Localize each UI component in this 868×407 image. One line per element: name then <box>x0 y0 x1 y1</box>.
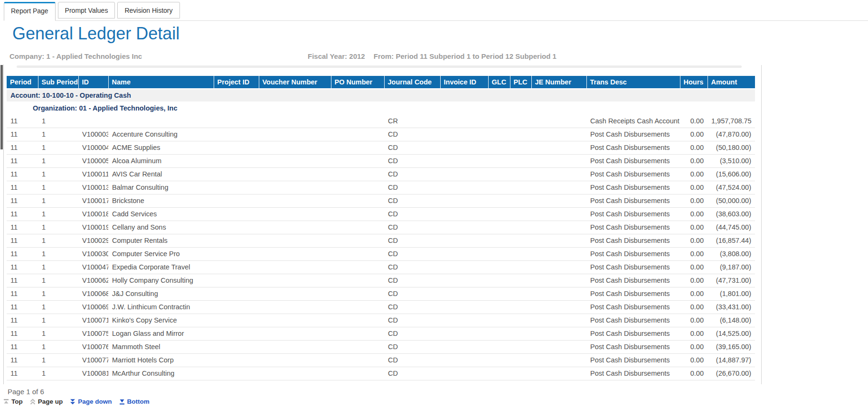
cell-period: 11 <box>7 181 38 194</box>
cell-id: V100075 <box>78 327 108 340</box>
vertical-scrollbar-thumb[interactable] <box>0 65 3 149</box>
cell-glc <box>488 194 510 207</box>
col-header-sub-period: Sub Period <box>38 76 78 89</box>
scroll-to-bottom-icon <box>119 398 125 405</box>
cell-hours: 0.00 <box>680 207 708 221</box>
cell-po-number <box>331 194 384 207</box>
table-row: 11 1 V100076 Mammoth Steel CD Post Cash … <box>7 340 755 353</box>
cell-amount: (3,510.00) <box>708 154 755 167</box>
cell-id: V100047 <box>78 260 108 274</box>
cell-invoice-id <box>440 154 488 167</box>
cell-trans-desc: Post Cash Disbursements <box>586 154 680 167</box>
nav-page-down-button[interactable]: Page down <box>69 398 112 405</box>
cell-name: Logan Glass and Mirror <box>108 327 214 340</box>
table-row: 11 1 V100068 J&J Consulting CD Post Cash… <box>7 287 755 300</box>
vertical-scrollbar-track <box>3 65 4 384</box>
cell-je-number <box>531 314 586 327</box>
cell-trans-desc: Post Cash Disbursements <box>586 340 680 353</box>
cell-id: V100019 <box>78 221 108 234</box>
cell-je-number <box>531 234 586 247</box>
cell-period: 11 <box>7 154 38 167</box>
cell-name: J.W. Linthicum Contractin <box>108 300 214 314</box>
tab-prompt-values[interactable]: Prompt Values <box>58 2 115 18</box>
cell-journal-code: CD <box>384 167 440 181</box>
cell-period: 11 <box>7 167 38 181</box>
cell-po-number <box>331 340 384 353</box>
pagination-bar: Top Page up Page down Bottom <box>3 398 150 405</box>
table-row: 11 1 V100029 Computer Rentals CD Post Ca… <box>7 234 755 247</box>
cell-period: 11 <box>7 128 38 141</box>
cell-name: Mammoth Steel <box>108 340 214 353</box>
tab-revision-history[interactable]: Revision History <box>117 2 179 18</box>
cell-hours: 0.00 <box>680 181 708 194</box>
cell-po-number <box>331 314 384 327</box>
cell-plc <box>510 340 531 353</box>
cell-je-number <box>531 194 586 207</box>
cell-id: V100003 <box>78 128 108 141</box>
cell-project-id <box>214 114 259 128</box>
cell-id: V100069 <box>78 300 108 314</box>
cell-name: Holly Company Consulting <box>108 274 214 287</box>
nav-page-up-button[interactable]: Page up <box>29 398 63 405</box>
cell-invoice-id <box>440 287 488 300</box>
horizontal-scrollbar[interactable] <box>17 65 742 68</box>
cell-invoice-id <box>440 141 488 154</box>
cell-hours: 0.00 <box>680 353 708 367</box>
report-meta: Company: 1 - Applied Technologies Inc Fi… <box>9 52 750 60</box>
table-row: 11 1 V100075 Logan Glass and Mirror CD P… <box>7 327 755 340</box>
cell-hours: 0.00 <box>680 340 708 353</box>
cell-journal-code: CR <box>384 114 440 128</box>
nav-bottom-button[interactable]: Bottom <box>119 398 150 405</box>
cell-plc <box>510 260 531 274</box>
cell-trans-desc: Post Cash Disbursements <box>586 260 680 274</box>
cell-journal-code: CD <box>384 128 440 141</box>
cell-trans-desc: Post Cash Disbursements <box>586 274 680 287</box>
table-row: 11 1 V100019 Cellany and Sons CD Post Ca… <box>7 221 755 234</box>
company-label: Company: 1 - Applied Technologies Inc <box>9 52 142 60</box>
cell-sub-period: 1 <box>38 340 78 353</box>
cell-po-number <box>331 167 384 181</box>
cell-hours: 0.00 <box>680 287 708 300</box>
cell-name: Computer Service Pro <box>108 247 214 260</box>
cell-journal-code: CD <box>384 141 440 154</box>
tab-report-page[interactable]: Report Page <box>4 2 56 21</box>
cell-je-number <box>531 207 586 221</box>
nav-label: Bottom <box>127 398 150 405</box>
cell-trans-desc: Post Cash Disbursements <box>586 287 680 300</box>
cell-id: V100030 <box>78 247 108 260</box>
page-up-icon <box>29 398 36 405</box>
cell-plc <box>510 327 531 340</box>
cell-journal-code: CD <box>384 367 440 380</box>
cell-trans-desc: Post Cash Disbursements <box>586 167 680 181</box>
cell-period: 11 <box>7 367 38 380</box>
cell-po-number <box>331 353 384 367</box>
cell-glc <box>488 167 510 181</box>
cell-plc <box>510 154 531 167</box>
table-row: 11 1 V100017 Brickstone CD Post Cash Dis… <box>7 194 755 207</box>
nav-top-button[interactable]: Top <box>3 398 23 405</box>
cell-plc <box>510 314 531 327</box>
cell-je-number <box>531 221 586 234</box>
cell-trans-desc: Post Cash Disbursements <box>586 128 680 141</box>
cell-sub-period: 1 <box>38 194 78 207</box>
cell-name: McArthur Consulting <box>108 367 214 380</box>
cell-name: Computer Rentals <box>108 234 214 247</box>
cell-invoice-id <box>440 194 488 207</box>
cell-voucher-number <box>259 274 331 287</box>
cell-amount: 1,957,708.75 <box>708 114 755 128</box>
cell-je-number <box>531 181 586 194</box>
cell-voucher-number <box>259 247 331 260</box>
col-header-id: ID <box>78 76 108 89</box>
cell-project-id <box>214 181 259 194</box>
cell-id: V100018 <box>78 207 108 221</box>
cell-amount: (50,000.00) <box>708 194 755 207</box>
cell-po-number <box>331 114 384 128</box>
cell-invoice-id <box>440 314 488 327</box>
cell-name: Expedia Corporate Travel <box>108 260 214 274</box>
cell-journal-code: CD <box>384 181 440 194</box>
cell-je-number <box>531 340 586 353</box>
cell-journal-code: CD <box>384 221 440 234</box>
page-indicator: Page 1 of 6 <box>8 388 44 396</box>
cell-project-id <box>214 353 259 367</box>
col-header-trans-desc: Trans Desc <box>586 76 680 89</box>
